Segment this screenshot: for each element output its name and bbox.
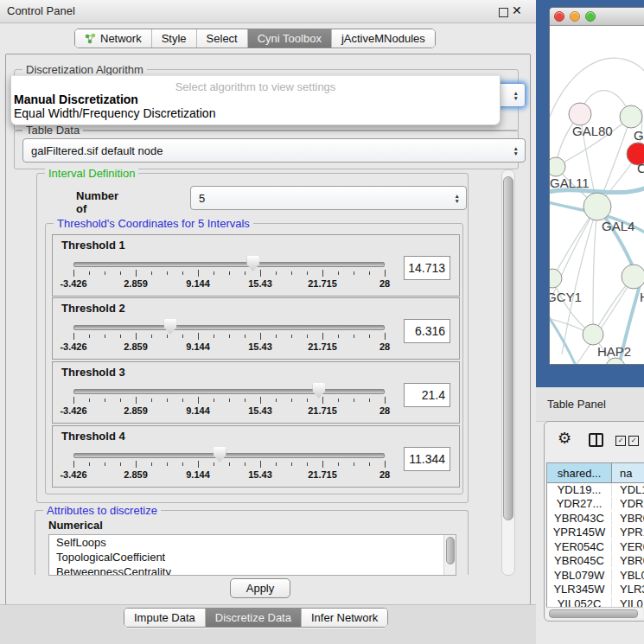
threshold-value-field[interactable]: 6.316	[404, 319, 450, 343]
scale-label: 15.43	[248, 278, 272, 289]
scale-label: 21.715	[308, 341, 337, 352]
attribute-item-selfloops[interactable]: SelfLoops	[49, 535, 456, 550]
numerical-attributes-list[interactable]: SelfLoopsTopologicalCoefficientBetweenne…	[48, 534, 456, 576]
slider-track[interactable]	[73, 325, 385, 330]
network-node[interactable]	[583, 193, 611, 220]
tab-select[interactable]: Select	[197, 29, 248, 48]
tick-mark	[291, 462, 292, 466]
network-edge[interactable]	[593, 207, 597, 335]
tab-network[interactable]: Network	[75, 29, 152, 48]
float-panel-icon[interactable]	[499, 8, 508, 17]
tab-label: Cyni Toolbox	[258, 32, 322, 45]
tick-mark	[167, 335, 168, 338]
column-checkbox-icon[interactable]: ✓	[628, 436, 639, 446]
table-row[interactable]: YDR27...YDR2	[547, 497, 644, 512]
table-row[interactable]: YPR145WYPR1	[547, 526, 644, 540]
scale-label: 9.144	[186, 405, 210, 416]
tab-infer-network[interactable]: Infer Network	[302, 609, 387, 627]
tick-mark	[307, 335, 308, 338]
table-row[interactable]: YER054CYER0	[547, 539, 644, 554]
cell-name: YER0	[612, 540, 644, 553]
threshold-value-field[interactable]: 11.344	[404, 447, 450, 471]
slider-track[interactable]	[73, 262, 385, 267]
table-settings-gear-icon[interactable]: ⚙	[558, 430, 571, 446]
tick-mark	[120, 335, 121, 338]
tick-mark	[105, 399, 105, 402]
table-data-value: galFiltered.sif default node	[31, 144, 163, 157]
network-node[interactable]	[620, 105, 642, 128]
table-row[interactable]: YBL079WYBL0	[547, 568, 644, 583]
table-row[interactable]: YDL19...YDL1	[547, 482, 644, 497]
network-edge[interactable]	[550, 311, 577, 364]
tab-style[interactable]: Style	[152, 29, 197, 48]
column-header-1[interactable]: shared...	[547, 463, 612, 482]
tick-mark	[369, 399, 370, 402]
number-of-intervals-spinner[interactable]: 5 ▲▼	[190, 186, 467, 210]
node-label: GAL80	[572, 124, 613, 138]
table-row[interactable]: YLR345WYLR3	[547, 583, 644, 597]
dropdown-item-manual-discretization[interactable]: Manual Discretization	[11, 93, 500, 107]
combo-arrows-icon: ▲▼	[513, 146, 519, 156]
network-canvas[interactable]: GAL80GACGAL11GAL4GCY1HHAP2	[550, 26, 644, 364]
tab-impute-data[interactable]: Impute Data	[124, 609, 206, 627]
attribute-item-betweennesscentrality[interactable]: BetweennessCentrality	[49, 564, 456, 576]
network-node[interactable]	[622, 265, 644, 289]
minimize-window-icon[interactable]	[570, 11, 580, 22]
tick-mark	[322, 397, 323, 404]
tick-mark	[198, 461, 199, 468]
cell-shared-name: YBR045C	[547, 554, 612, 567]
tab-label: Select	[207, 32, 238, 45]
slider-scale-labels: -3.4262.8599.14415.4321.71528	[73, 469, 385, 481]
node-label: HAP2	[597, 344, 631, 359]
group-title: Threshold's Coordinates for 5 Intervals	[54, 217, 253, 230]
scrollbar-thumb[interactable]	[503, 176, 513, 520]
cell-shared-name: YLR345W	[547, 583, 612, 596]
tick-mark	[369, 271, 370, 275]
tick-mark	[276, 271, 277, 275]
node-table: shared...na YDL19...YDL1YDR27...YDR2YBR0…	[546, 462, 644, 608]
network-node[interactable]	[550, 157, 565, 176]
tab-jactivemnodules[interactable]: jActiveMNodules	[332, 29, 435, 48]
network-node[interactable]	[550, 269, 562, 288]
tab-discretize-data[interactable]: Discretize Data	[206, 609, 302, 627]
tick-mark	[229, 271, 230, 275]
network-node[interactable]	[569, 103, 591, 125]
table-horizontal-scrollbar[interactable]	[546, 607, 643, 618]
tab-cyni-toolbox[interactable]: Cyni Toolbox	[248, 29, 332, 48]
split-columns-icon[interactable]	[589, 433, 603, 447]
horizontal-scrollbar-thumb[interactable]	[549, 609, 638, 618]
close-window-icon[interactable]	[554, 11, 564, 22]
close-panel-icon[interactable]: ✕	[512, 3, 522, 17]
network-window-titlebar[interactable]	[550, 8, 644, 26]
tick-mark	[338, 271, 339, 275]
attribute-item-topologicalcoefficient[interactable]: TopologicalCoefficient	[49, 550, 456, 564]
slider-ticks	[73, 333, 385, 341]
group-title: Attributes to discretize	[43, 504, 161, 517]
table-row[interactable]: YBR045CYBR0	[547, 554, 644, 569]
tick-mark	[260, 397, 261, 404]
settings-scrollbar[interactable]	[501, 169, 515, 576]
tick-mark	[276, 462, 277, 466]
node-label: GA	[634, 128, 644, 143]
list-scrollbar[interactable]	[443, 535, 456, 575]
zoom-window-icon[interactable]	[585, 11, 596, 22]
network-node[interactable]	[583, 324, 603, 345]
column-header-2[interactable]: na	[612, 463, 644, 482]
threshold-value-field[interactable]: 21.4	[404, 383, 450, 407]
column-checkbox-icon[interactable]: ✓	[615, 436, 626, 446]
tick-mark	[229, 462, 230, 466]
cell-shared-name: YER054C	[547, 540, 612, 553]
list-scrollbar-thumb[interactable]	[446, 537, 455, 564]
slider-track[interactable]	[73, 453, 385, 458]
threshold-value-field[interactable]: 14.713	[404, 256, 450, 280]
table-row[interactable]: YBR043CYBR0	[547, 511, 644, 526]
tick-mark	[307, 271, 308, 275]
table-data-combobox[interactable]: galFiltered.sif default node ▲▼	[22, 138, 526, 163]
slider-track[interactable]	[73, 389, 385, 394]
apply-button[interactable]: Apply	[230, 578, 290, 598]
tick-mark	[322, 270, 323, 277]
tick-mark	[136, 333, 137, 340]
tab-label: Network	[100, 32, 142, 45]
tick-mark	[338, 335, 339, 338]
dropdown-item-equal-width-frequency-discretization[interactable]: Equal Width/Frequency Discretization	[11, 107, 500, 121]
